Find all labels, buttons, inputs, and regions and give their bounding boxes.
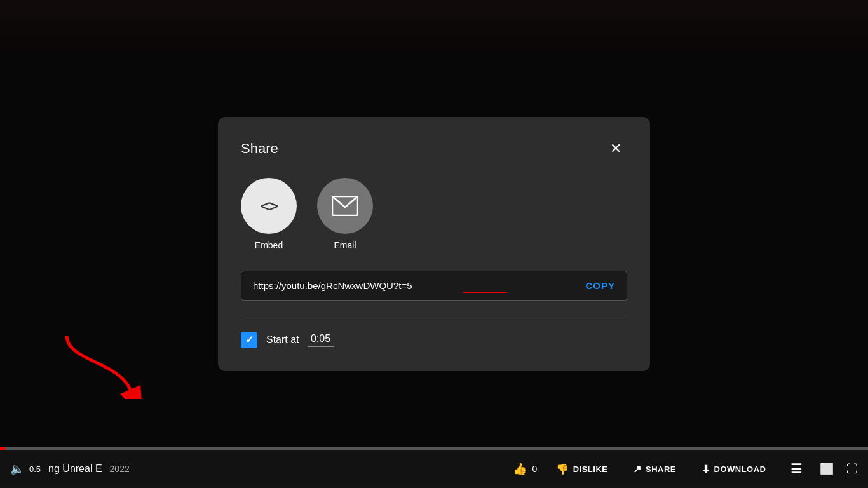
modal-header: Share ✕ bbox=[241, 137, 627, 160]
email-envelope-icon bbox=[332, 196, 358, 216]
embed-option[interactable]: <> Embed bbox=[241, 178, 297, 250]
url-text-area: https://youtu.be/gRcNwxwDWQU?t=5 bbox=[253, 280, 575, 291]
modal-title: Share bbox=[241, 140, 278, 157]
copy-button[interactable]: COPY bbox=[575, 280, 615, 291]
share-options-row: <> Embed Email bbox=[241, 178, 627, 250]
url-error-underline bbox=[463, 292, 507, 294]
share-modal: Share ✕ <> Embed bbox=[218, 117, 650, 371]
url-value: https://youtu.be/gRcNwxwDWQU?t=5 bbox=[253, 280, 412, 291]
email-label: Email bbox=[334, 240, 356, 250]
email-icon-circle bbox=[317, 178, 373, 234]
start-at-label: Start at bbox=[266, 334, 299, 346]
embed-code-icon: <> bbox=[260, 196, 277, 215]
email-option[interactable]: Email bbox=[317, 178, 373, 250]
embed-label: Embed bbox=[255, 240, 283, 250]
start-at-time[interactable]: 0:05 bbox=[308, 333, 334, 347]
modal-backdrop: Share ✕ <> Embed bbox=[0, 0, 868, 488]
embed-icon-circle: <> bbox=[241, 178, 297, 234]
close-icon: ✕ bbox=[610, 142, 621, 156]
modal-divider bbox=[241, 316, 627, 316]
url-bar: https://youtu.be/gRcNwxwDWQU?t=5 COPY bbox=[241, 271, 627, 301]
checkmark-icon: ✓ bbox=[245, 335, 254, 345]
modal-close-button[interactable]: ✕ bbox=[604, 137, 627, 160]
start-at-checkbox[interactable]: ✓ bbox=[241, 332, 257, 348]
start-at-row: ✓ Start at 0:05 bbox=[241, 332, 627, 348]
